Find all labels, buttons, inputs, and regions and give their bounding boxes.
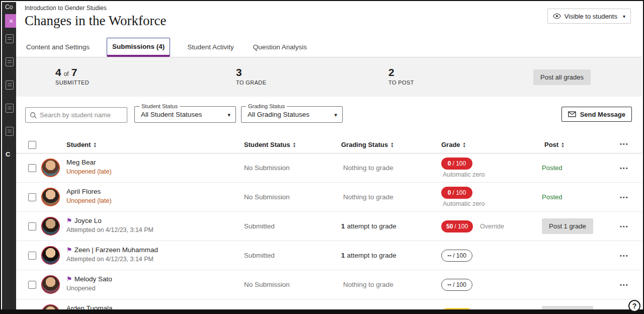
stat-to-post-value: 2 — [388, 66, 394, 78]
tab-submissions[interactable]: Submissions (4) — [107, 38, 170, 57]
grade-pill[interactable]: 0 / 100 — [441, 158, 472, 170]
tab-content-settings[interactable]: Content and Settings — [24, 38, 92, 57]
grading-status: Nothing to grade — [341, 183, 393, 211]
grade-cell: 0 / 100 Automatic zero — [441, 153, 485, 182]
student-name[interactable]: Zeen | Farzeen Muhammad — [74, 246, 158, 254]
student-cell: Joyce Lo Attempted on 4/12/23, 3:14 PM — [66, 217, 153, 233]
column-header-student[interactable]: Student — [66, 141, 97, 148]
row-checkbox[interactable] — [28, 164, 36, 172]
grade-override-label: Override — [480, 223, 504, 230]
select-all-checkbox[interactable] — [28, 141, 36, 149]
student-status-select-value: All Student Statuses — [141, 111, 202, 118]
grade-pill[interactable]: -- / 100 — [441, 250, 472, 262]
grade-pill[interactable]: 50 / 100 — [441, 220, 473, 232]
chevron-down-icon — [623, 14, 625, 19]
row-menu-button[interactable] — [620, 194, 629, 200]
sidebar-mid-text: C — [6, 150, 10, 158]
grading-status: Nothing to grade — [341, 153, 393, 182]
post-cell: Posted Posted — [542, 183, 562, 211]
student-status: Submitted — [244, 241, 275, 270]
tab-student-activity[interactable]: Student Activity — [185, 38, 235, 57]
student-status: No Submission — [244, 153, 290, 182]
column-header-grade[interactable]: Grade — [441, 141, 466, 148]
stat-to-post: 2 TO POST — [388, 66, 414, 86]
send-message-label: Send Message — [580, 111, 625, 118]
table-row: Zeen | Farzeen Muhammad Attempted on 4/1… — [16, 241, 642, 270]
post-grade-button[interactable]: Post 1 grade — [542, 306, 593, 309]
send-message-button[interactable]: Send Message — [561, 107, 632, 122]
post-cell: Post 1 grade Post 1 grade — [542, 299, 593, 309]
messages-icon[interactable] — [6, 104, 14, 113]
posted-label[interactable]: Posted — [542, 164, 562, 172]
grade-pill[interactable]: -- / 100 — [441, 279, 472, 291]
sort-icon — [463, 142, 466, 148]
help-icon[interactable] — [628, 300, 640, 312]
grading-text: attempt to grade — [347, 222, 396, 230]
grading-status: Nothing to grade — [341, 299, 393, 309]
calendar-icon[interactable] — [6, 57, 14, 66]
grade-note: Automatic zero — [443, 171, 485, 178]
post-cell: Posted Posted — [542, 153, 562, 182]
gradebook-icon[interactable] — [6, 81, 14, 90]
column-header-grading-status[interactable]: Grading Status — [341, 141, 394, 148]
grade-cell: -- / 100 — [441, 241, 472, 270]
tab-bar: Content and Settings Submissions (4) Stu… — [16, 36, 642, 57]
student-subtext: Unopened (late) — [66, 197, 112, 204]
row-menu-button[interactable] — [620, 282, 629, 288]
column-header-post[interactable]: Post — [544, 141, 565, 148]
sort-icon — [390, 142, 393, 148]
table-menu-button[interactable] — [620, 141, 629, 147]
grade-score: -- — [447, 252, 451, 259]
row-checkbox[interactable] — [28, 252, 36, 260]
visibility-dropdown[interactable]: Visible to students — [547, 9, 631, 24]
grading-status-select[interactable]: Grading Status All Grading Statuses — [241, 106, 343, 123]
row-checkbox[interactable] — [28, 222, 36, 230]
grade-score: -- — [447, 281, 451, 288]
student-name[interactable]: Joyce Lo — [74, 217, 102, 224]
sort-icon — [293, 142, 296, 148]
grading-text: Nothing to grade — [343, 164, 393, 172]
grading-status-select-value: All Grading Statuses — [248, 111, 309, 118]
column-header-student-status[interactable]: Student Status — [244, 141, 296, 148]
grade-max: / 100 — [453, 281, 466, 288]
grade-max: / 100 — [452, 189, 466, 196]
post-cell: Post 1 grade Post 1 grade — [542, 212, 593, 241]
bookmark-flag-icon — [66, 276, 72, 282]
tab-question-analysis[interactable]: Question Analysis — [251, 38, 309, 57]
student-status-select[interactable]: Student Status All Student Statuses — [134, 106, 236, 123]
grade-pill[interactable]: 0 / 100 — [441, 187, 472, 199]
content-icon[interactable] — [6, 34, 14, 43]
grade-note: Automatic zero — [443, 200, 485, 207]
student-name[interactable]: Arden Tuomala — [66, 304, 113, 309]
student-status: Submitted — [244, 212, 275, 241]
stat-submitted: 4 of 7 SUBMITTED — [55, 66, 89, 86]
search-input[interactable] — [40, 111, 123, 119]
student-name[interactable]: April Flores — [66, 188, 101, 195]
stat-submitted-total: 7 — [71, 66, 77, 78]
table-body: Meg Bear Unopened (late) No Submission N… — [16, 153, 642, 309]
student-name[interactable]: Melody Sato — [74, 275, 112, 283]
row-menu-button[interactable] — [620, 165, 629, 171]
page-header: Introduction to Gender Studies Changes i… — [16, 2, 642, 36]
posted-label[interactable]: Posted — [542, 193, 562, 201]
row-menu-button[interactable] — [620, 223, 629, 229]
row-checkbox[interactable] — [28, 281, 36, 289]
row-menu-button[interactable] — [620, 253, 629, 259]
grade-cell: 0 / 100 Automatic zero — [441, 183, 485, 211]
avatar — [41, 304, 60, 309]
row-checkbox[interactable] — [28, 193, 36, 201]
stat-submitted-label: SUBMITTED — [55, 80, 89, 86]
avatar — [41, 159, 60, 177]
student-subtext: Unopened — [66, 285, 112, 292]
bookmark-flag-icon — [66, 217, 72, 224]
close-panel-icon[interactable] — [5, 14, 16, 28]
grading-text: Nothing to grade — [343, 281, 393, 288]
grade-max: / 100 — [453, 252, 466, 259]
student-subtext: Attempted on 4/12/23, 3:14 PM — [66, 256, 158, 263]
post-grade-button[interactable]: Post 1 grade — [542, 218, 593, 234]
analytics-icon[interactable] — [6, 127, 14, 136]
grade-cell: -- / 100 — [441, 270, 472, 299]
post-all-grades-button[interactable]: Post all grades — [533, 69, 591, 85]
student-name[interactable]: Meg Bear — [66, 159, 96, 166]
avatar — [41, 217, 60, 236]
